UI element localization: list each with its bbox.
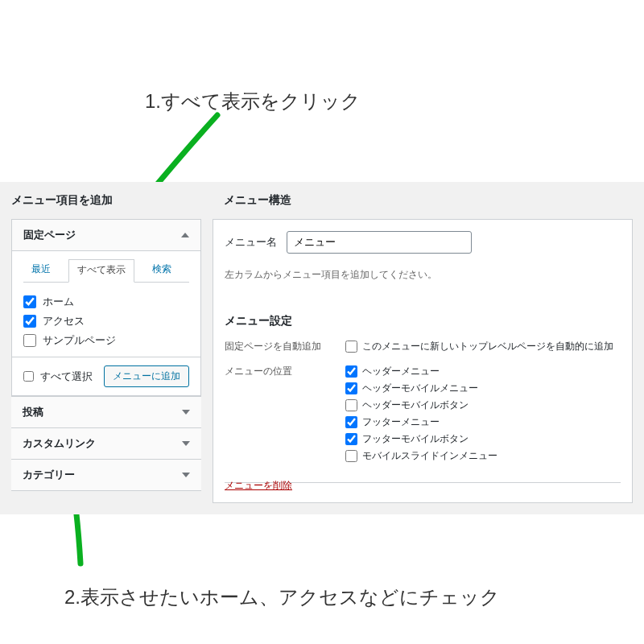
position-header-checkbox[interactable]: [345, 365, 357, 378]
auto-add-checkbox[interactable]: [345, 341, 357, 353]
checkbox-line: モバイルスライドインメニュー: [345, 449, 621, 463]
tab-search[interactable]: 検索: [144, 259, 180, 282]
menu-editor: メニュー項目を追加 固定ページ 最近 すべて表示 検索 ホーム アクセス: [0, 182, 644, 514]
menu-name-row: メニュー名: [225, 231, 621, 254]
page-label[interactable]: サンプルページ: [43, 333, 116, 348]
annotation-step-2: 2.表示させたいホーム、アクセスなどにチェック: [64, 584, 500, 610]
auto-add-label: 固定ページを自動追加: [225, 340, 345, 357]
categories-panel-title: カテゴリー: [23, 468, 75, 482]
position-row: メニューの位置 ヘッダーメニュー ヘッダーモバイルメニュー ヘッダーモバイルボタ…: [225, 365, 621, 466]
checkbox-line: このメニューに新しいトップレベルページを自動的に追加: [345, 340, 621, 353]
page-checkbox-sample[interactable]: [23, 334, 36, 347]
position-label-text[interactable]: モバイルスライドインメニュー: [362, 449, 497, 463]
categories-panel-header[interactable]: カテゴリー: [11, 459, 201, 491]
custom-links-panel-title: カスタムリンク: [23, 436, 96, 451]
list-item: ホーム: [23, 292, 189, 312]
select-all-left: すべて選択: [23, 369, 93, 384]
position-label-text[interactable]: ヘッダーメニュー: [362, 365, 440, 378]
posts-panel-header[interactable]: 投稿: [11, 396, 201, 427]
instruction-text: 左カラムからメニュー項目を追加してください。: [225, 268, 621, 282]
position-label-text[interactable]: フッターモバイルボタン: [362, 432, 469, 446]
left-section-title: メニュー項目を追加: [0, 182, 213, 219]
left-column: メニュー項目を追加 固定ページ 最近 すべて表示 検索 ホーム アクセス: [0, 182, 213, 514]
chevron-down-icon: [182, 441, 190, 446]
position-header-mobile-checkbox[interactable]: [345, 382, 357, 394]
position-label-text[interactable]: フッターメニュー: [362, 415, 440, 429]
select-all-row: すべて選択 メニューに追加: [12, 357, 200, 395]
checkbox-line: ヘッダーモバイルメニュー: [345, 382, 621, 395]
list-item: サンプルページ: [23, 331, 189, 350]
annotation-step-1: 1.すべて表示をクリック: [145, 89, 361, 114]
menu-name-input[interactable]: [287, 231, 472, 254]
chevron-down-icon: [182, 410, 190, 415]
pages-panel-header[interactable]: 固定ページ: [12, 220, 200, 251]
page-checkbox-home[interactable]: [23, 295, 36, 308]
tab-recent[interactable]: 最近: [23, 259, 59, 282]
position-label-text[interactable]: ヘッダーモバイルボタン: [362, 398, 469, 412]
auto-add-value: このメニューに新しいトップレベルページを自動的に追加: [345, 340, 621, 357]
chevron-down-icon: [182, 473, 190, 477]
position-value: ヘッダーメニュー ヘッダーモバイルメニュー ヘッダーモバイルボタン フッターメニ…: [345, 365, 621, 466]
page-checkbox-access[interactable]: [23, 315, 36, 328]
page-list: ホーム アクセス サンプルページ: [12, 283, 200, 357]
pages-panel: 固定ページ 最近 すべて表示 検索 ホーム アクセス: [11, 219, 201, 396]
checkbox-line: ヘッダーモバイルボタン: [345, 398, 621, 412]
collapsed-panels: 投稿 カスタムリンク カテゴリー: [11, 396, 201, 491]
page-label[interactable]: ホーム: [43, 295, 74, 309]
page-label[interactable]: アクセス: [43, 314, 85, 328]
position-footer-checkbox[interactable]: [345, 416, 357, 428]
custom-links-panel-header[interactable]: カスタムリンク: [11, 427, 201, 459]
menu-structure-panel: メニュー名 左カラムからメニュー項目を追加してください。 メニュー設定 固定ペー…: [213, 219, 633, 503]
checkbox-line: ヘッダーメニュー: [345, 365, 621, 378]
menu-settings-title: メニュー設定: [225, 314, 621, 328]
checkbox-line: フッターモバイルボタン: [345, 432, 621, 446]
auto-add-checkbox-label[interactable]: このメニューに新しいトップレベルページを自動的に追加: [362, 340, 613, 353]
chevron-up-icon: [181, 233, 189, 237]
pages-tabs: 最近 すべて表示 検索: [12, 251, 200, 282]
position-mobile-slidein-checkbox[interactable]: [345, 450, 357, 462]
tab-all[interactable]: すべて表示: [68, 259, 134, 283]
select-all-label[interactable]: すべて選択: [40, 369, 93, 384]
position-footer-mobile-btn-checkbox[interactable]: [345, 433, 357, 445]
position-label-text[interactable]: ヘッダーモバイルメニュー: [362, 382, 478, 395]
right-section-title: メニュー構造: [213, 182, 644, 219]
position-header-mobile-btn-checkbox[interactable]: [345, 399, 357, 411]
posts-panel-title: 投稿: [23, 405, 43, 419]
pages-panel-title: 固定ページ: [23, 228, 76, 242]
menu-name-label: メニュー名: [225, 235, 277, 250]
list-item: アクセス: [23, 312, 189, 331]
position-label: メニューの位置: [225, 365, 345, 466]
add-to-menu-button[interactable]: メニューに追加: [104, 365, 189, 387]
delete-menu-link[interactable]: メニューを削除: [225, 479, 292, 493]
select-all-checkbox[interactable]: [23, 371, 34, 382]
auto-add-row: 固定ページを自動追加 このメニューに新しいトップレベルページを自動的に追加: [225, 340, 621, 357]
checkbox-line: フッターメニュー: [345, 415, 621, 429]
right-column: メニュー構造 メニュー名 左カラムからメニュー項目を追加してください。 メニュー…: [213, 182, 644, 514]
